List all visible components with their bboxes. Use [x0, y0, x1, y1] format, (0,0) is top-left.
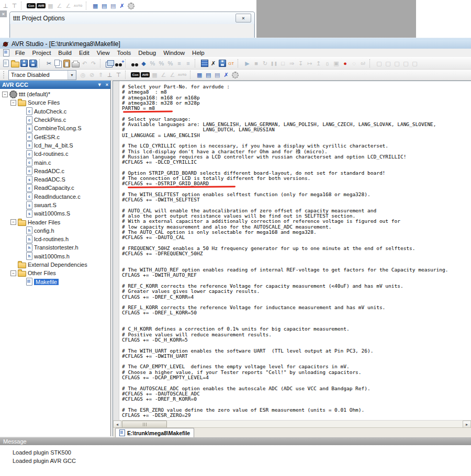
isp-wire-icon[interactable]: ∠: [159, 71, 168, 80]
bookmark-prev-icon[interactable]: %: [166, 59, 175, 68]
step-out-icon[interactable]: ↥: [314, 59, 323, 68]
chevron-down-icon[interactable]: ▼: [68, 71, 76, 80]
memory-window-icon[interactable]: ▢: [392, 59, 401, 68]
toggle-breakpoint-icon[interactable]: ▣: [332, 59, 341, 68]
tree-item-swuart-s[interactable]: sswuart.S: [0, 201, 110, 209]
panel-menu-icon[interactable]: ▼: [97, 82, 102, 87]
menu-item-file[interactable]: File: [12, 50, 29, 56]
close-connection-icon[interactable]: ✗: [222, 71, 231, 80]
scrollbar-thumb[interactable]: [122, 421, 167, 428]
open-file-icon[interactable]: [10, 59, 19, 68]
paste-icon[interactable]: [62, 59, 71, 68]
stk500-dialog-icon[interactable]: ▦: [195, 71, 204, 80]
auto-icon[interactable]: AUTO: [178, 73, 187, 76]
watch-window-icon[interactable]: ▢: [375, 59, 384, 68]
find-in-files-icon[interactable]: [114, 59, 123, 68]
tree-item-transistortester-h[interactable]: hTransistortester.h: [0, 243, 110, 252]
dock-bottom-icon[interactable]: ⊥: [105, 71, 114, 80]
copy-icon[interactable]: [53, 59, 62, 68]
tree-item-wait1000ms-s[interactable]: swait1000ms.S: [0, 209, 110, 218]
menu-item-debug[interactable]: Debug: [134, 50, 160, 56]
expand-icon[interactable]: −: [2, 92, 8, 97]
tree-item-readadc-s[interactable]: sReadADC.S: [0, 175, 110, 184]
clear-trace-icon[interactable]: ⊘: [87, 71, 96, 80]
titlebar[interactable]: AVR Studio - [E:\trunk\mega8\Makefile]: [0, 39, 471, 49]
connect-badge-icon[interactable]: Con: [131, 72, 140, 77]
tree-item-readadc-c[interactable]: cReadADC.c: [0, 167, 110, 175]
debug-stop-icon[interactable]: ■: [252, 59, 261, 68]
isp-wire-icon[interactable]: ∠: [55, 2, 64, 10]
bookmark-toggle-icon[interactable]: %: [148, 59, 157, 68]
dialog-close-button[interactable]: ×: [236, 14, 251, 22]
trace-select[interactable]: Trace Disabled ▼: [8, 70, 76, 80]
debug-reset-icon[interactable]: ↻: [261, 59, 270, 68]
jtag-wire-icon[interactable]: ∠: [64, 2, 73, 10]
tree-item-source-files[interactable]: −Source Files: [0, 98, 110, 107]
menu-item-edit[interactable]: Edit: [75, 50, 93, 56]
chip-icon[interactable]: ▦: [46, 2, 55, 10]
avr-badge-icon[interactable]: AVR: [141, 72, 150, 77]
tree-item-main-c[interactable]: cmain.c: [0, 158, 110, 166]
chip-icon[interactable]: ▦: [150, 71, 159, 80]
register-window-icon[interactable]: ▢: [384, 59, 392, 68]
avr-gcc-icon[interactable]: GT: [227, 59, 236, 68]
avr-badge-icon[interactable]: AVR: [37, 3, 46, 8]
goto-cursor-icon[interactable]: ◆: [139, 59, 148, 68]
jump-trace-icon[interactable]: ⇑: [96, 71, 105, 80]
new-file-icon[interactable]: [2, 59, 10, 68]
auto-icon[interactable]: AUTO: [74, 4, 83, 7]
send-stack-icon[interactable]: ▤: [213, 71, 222, 80]
bookmark-next-icon[interactable]: %: [157, 59, 166, 68]
avr-disconnect-icon[interactable]: ✗: [209, 59, 218, 68]
run-to-cursor-icon[interactable]: ⇒: [287, 59, 296, 68]
autostep-icon[interactable]: {}: [323, 59, 332, 68]
stk500-next-icon[interactable]: ▤: [100, 2, 109, 10]
show-next-statement-icon[interactable]: □: [278, 59, 287, 68]
dock-bottom-icon[interactable]: ⊥: [1, 2, 10, 10]
breakpoint-icon[interactable]: ●: [341, 59, 350, 68]
disassembler-window-icon[interactable]: ▢: [401, 59, 410, 68]
cascade-windows-icon[interactable]: [105, 59, 114, 68]
save-all-icon[interactable]: [28, 59, 37, 68]
tree-item-lcd-routines-c[interactable]: clcd-routines.c: [0, 150, 110, 158]
debug-pause-icon[interactable]: ❚❚: [270, 59, 278, 68]
find-icon[interactable]: [130, 59, 139, 68]
step-into-icon[interactable]: ↧: [296, 59, 305, 68]
expand-icon[interactable]: −: [10, 219, 16, 225]
toolbar-handle[interactable]: [3, 71, 7, 78]
expand-icon[interactable]: −: [10, 270, 16, 276]
quickwatch-icon[interactable]: 6∂: [358, 59, 367, 68]
tree-item-autocheck-c[interactable]: cAutoCheck.c: [0, 107, 110, 116]
menu-item-help[interactable]: Help: [188, 50, 208, 56]
tree-item-tttt-default-[interactable]: −tttt (default)*: [0, 90, 110, 98]
stk500-dialog-icon[interactable]: ▦: [91, 2, 100, 10]
avr-flash-icon[interactable]: [218, 59, 227, 68]
tree-item-external-dependencies[interactable]: External Dependencies: [0, 260, 110, 269]
close-connection-icon[interactable]: ✗: [118, 2, 127, 10]
dock-top-icon[interactable]: ⊤: [10, 2, 19, 10]
menu-item-view[interactable]: View: [93, 50, 114, 56]
avr-program-icon[interactable]: [200, 59, 209, 68]
save-icon[interactable]: [19, 59, 28, 68]
message-panel-header[interactable]: Message: [0, 437, 471, 445]
remove-breakpoints-icon[interactable]: ◌: [350, 59, 358, 68]
editor-text-area[interactable]: # Select your Part-No. for avrdude :# at…: [113, 81, 471, 420]
print-icon[interactable]: [71, 59, 80, 68]
connect-badge-icon[interactable]: Con: [27, 3, 36, 8]
step-over-icon[interactable]: ↦: [305, 59, 314, 68]
tree-item-readcapacity-c[interactable]: cReadCapacity.c: [0, 184, 110, 192]
tree-item-readinductance-c[interactable]: cReadInductance.c: [0, 192, 110, 201]
dock-top-icon[interactable]: ⊤: [114, 71, 123, 80]
tree-item-header-files[interactable]: −Header Files: [0, 218, 110, 226]
tree-item-wait1000ms-h[interactable]: hwait1000ms.h: [0, 252, 110, 260]
redo-icon[interactable]: ↷: [89, 59, 98, 68]
outdent-icon[interactable]: ≡: [184, 59, 193, 68]
stk500-next-icon[interactable]: ▤: [204, 71, 213, 80]
undo-icon[interactable]: ↶: [80, 59, 89, 68]
tree-item-getesr-c[interactable]: cGetESR.c: [0, 132, 110, 141]
tree-item-lcd-hw-4-bit-s[interactable]: slcd_hw_4_bit.S: [0, 141, 110, 150]
tree-item-makefile[interactable]: Makefile: [0, 278, 110, 286]
tree-item-combinetolong-s[interactable]: sCombineToLong.S: [0, 124, 110, 132]
panel-close-icon[interactable]: ×: [106, 82, 108, 87]
menu-item-build[interactable]: Build: [54, 50, 75, 56]
